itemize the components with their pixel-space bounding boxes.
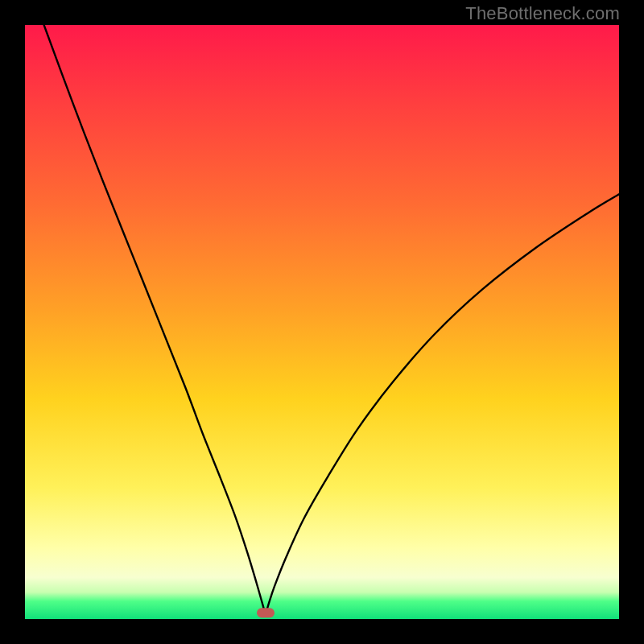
chart-frame: TheBottleneck.com — [0, 0, 644, 644]
curve-svg — [25, 25, 619, 619]
plot-area — [25, 25, 619, 619]
bottleneck-curve — [44, 25, 619, 613]
minimum-marker — [257, 608, 275, 617]
watermark-text: TheBottleneck.com — [465, 3, 620, 24]
